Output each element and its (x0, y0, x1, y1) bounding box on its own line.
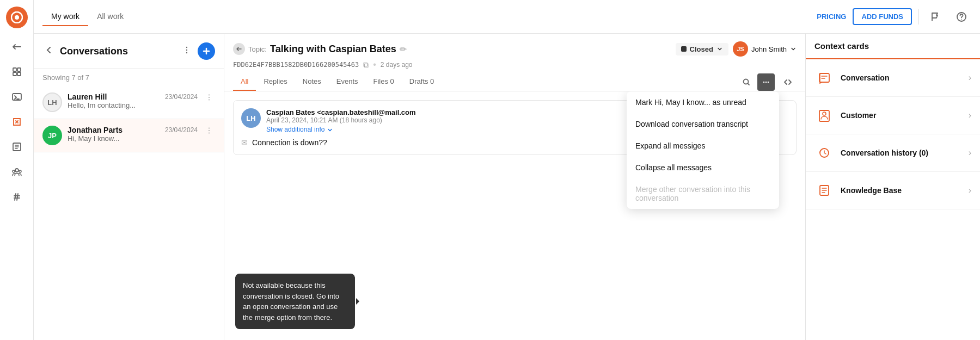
context-history-label: Conversation history (0) (841, 149, 962, 157)
context-conversation-label: Conversation (841, 73, 962, 82)
svg-point-20 (209, 130, 210, 131)
conversation-id: FDD62E4F7BBB1582DB0D166200545463 (233, 61, 359, 69)
user-avatar: JS (733, 41, 748, 57)
svg-rect-3 (17, 68, 21, 71)
context-item-history[interactable]: Conversation history (0) › (806, 134, 980, 172)
envelope-icon: ✉ (241, 138, 248, 147)
sidebar-item-hashtag[interactable] (6, 186, 28, 208)
customer-context-icon (814, 106, 834, 125)
conversation-preview: Hi, May I know... (68, 134, 198, 143)
context-item-customer[interactable]: Customer › (806, 97, 980, 134)
nav-tabs: My work All work (42, 8, 132, 26)
add-conversation-button[interactable] (198, 42, 215, 60)
sidebar-item-team[interactable] (6, 161, 28, 183)
sidebar-item-grid[interactable] (6, 61, 28, 83)
status-label: Closed (690, 45, 713, 53)
sidebar-item-reports[interactable] (6, 136, 28, 158)
close-conversation-icon[interactable] (233, 43, 245, 55)
svg-rect-4 (13, 72, 16, 76)
chevron-right-icon: › (969, 186, 971, 195)
expand-panel-icon[interactable] (779, 73, 797, 91)
sidebar-item-inbox[interactable] (6, 36, 28, 58)
context-cards-title: Context cards (806, 34, 980, 59)
svg-rect-5 (17, 72, 21, 76)
conversation-info: Lauren Hill 23/04/2024 Hello, Im contact… (68, 92, 198, 109)
conversations-title: Conversations (60, 46, 176, 57)
flag-icon-btn[interactable] (926, 7, 945, 27)
tab-events[interactable]: Events (329, 73, 366, 91)
svg-point-19 (209, 127, 210, 128)
more-options-tab-icon[interactable] (757, 73, 775, 91)
search-tab-icon[interactable] (738, 73, 755, 91)
tooltip: Not available because this conversation … (235, 274, 355, 329)
dropdown-item-expand[interactable]: Expand all messiges (627, 135, 779, 157)
dropdown-menu: Mark Hi, May I know... as unread Downloa… (627, 91, 779, 209)
dropdown-item-mark-unread[interactable]: Mark Hi, May I know... as unread (627, 91, 779, 113)
dropdown-item-collapse[interactable]: Collapse all messages (627, 157, 779, 178)
avatar: LH (42, 92, 62, 112)
top-nav: My work All work PRICING ADD FUNDS (34, 0, 980, 34)
conversations-panel: Conversations Showing 7 of 7 LH Lauren H… (34, 34, 224, 340)
conversation-time: 2 days ago (381, 61, 413, 69)
conversation-view-header: Topic: Talking with Caspian Bates ✏ Clos… (224, 34, 805, 91)
svg-point-17 (209, 97, 210, 98)
context-item-conversation[interactable]: Conversation › (806, 59, 980, 97)
help-icon-btn[interactable] (952, 7, 971, 27)
sidebar-item-terminal[interactable] (6, 86, 28, 108)
conversation-title: Talking with Caspian Bates (270, 44, 396, 55)
list-item[interactable]: LH Lauren Hill 23/04/2024 Hello, Im cont… (34, 86, 224, 119)
item-more-icon[interactable] (203, 92, 215, 104)
nav-divider (918, 9, 919, 24)
main-content: Topic: Talking with Caspian Bates ✏ Clos… (224, 34, 980, 340)
pricing-link[interactable]: PRICING (817, 13, 846, 21)
dropdown-item-download[interactable]: Download conversation transcript (627, 113, 779, 135)
conversations-count: Showing 7 of 7 (34, 69, 224, 86)
nav-right: PRICING ADD FUNDS (817, 7, 971, 27)
status-badge[interactable]: Closed (676, 43, 728, 55)
contact-name: Lauren Hill (68, 92, 107, 101)
svg-point-16 (209, 94, 210, 95)
sidebar-item-contacts[interactable] (6, 111, 28, 133)
edit-title-icon[interactable]: ✏ (400, 44, 407, 54)
conversation-preview: Hello, Im contacting... (68, 101, 198, 109)
list-item[interactable]: JP Jonathan Parts 23/04/2024 Hi, May I k… (34, 119, 224, 152)
context-cards-panel: Context cards Conversation › Customer › … (806, 34, 980, 340)
tab-my-work[interactable]: My work (42, 8, 88, 26)
svg-point-23 (763, 81, 765, 83)
more-options-icon[interactable] (180, 44, 193, 59)
tab-replies[interactable]: Replies (256, 73, 295, 91)
svg-point-13 (186, 47, 187, 48)
sidebar (0, 0, 34, 340)
svg-point-14 (186, 50, 187, 51)
tab-files[interactable]: Files 0 (366, 73, 402, 91)
tab-actions (738, 73, 775, 91)
conversation-body: LH Caspian Bates <caspian.bateshill@mail… (224, 91, 805, 340)
tab-all[interactable]: All (233, 73, 256, 91)
svg-rect-2 (13, 68, 16, 71)
show-additional-info-link[interactable]: Show additional info (266, 126, 333, 133)
collapse-icon[interactable] (42, 44, 56, 59)
knowledge-base-context-icon (814, 181, 834, 200)
user-badge[interactable]: JS John Smith (733, 41, 797, 57)
copy-id-icon[interactable]: ⧉ (363, 60, 369, 70)
status-dot (681, 46, 687, 52)
context-knowledge-label: Knowledge Base (841, 186, 962, 195)
conversation-view: Topic: Talking with Caspian Bates ✏ Clos… (224, 34, 806, 340)
tab-notes[interactable]: Notes (295, 73, 329, 91)
tab-drafts[interactable]: Drafts 0 (402, 73, 442, 91)
context-customer-label: Customer (841, 111, 962, 120)
item-more-icon[interactable] (203, 126, 215, 138)
svg-point-15 (186, 52, 187, 53)
context-item-knowledge-base[interactable]: Knowledge Base › (806, 172, 980, 209)
svg-point-12 (961, 19, 962, 20)
svg-point-18 (209, 99, 210, 100)
add-funds-button[interactable]: ADD FUNDS (853, 8, 912, 25)
chevron-right-icon: › (969, 73, 971, 83)
svg-point-21 (209, 132, 210, 133)
dropdown-item-merge: Merge other conversation into this conve… (627, 178, 779, 209)
svg-point-25 (768, 81, 769, 83)
svg-point-8 (15, 169, 19, 172)
conversations-list: LH Lauren Hill 23/04/2024 Hello, Im cont… (34, 86, 224, 340)
tab-all-work[interactable]: All work (88, 8, 132, 26)
history-context-icon (814, 143, 834, 163)
